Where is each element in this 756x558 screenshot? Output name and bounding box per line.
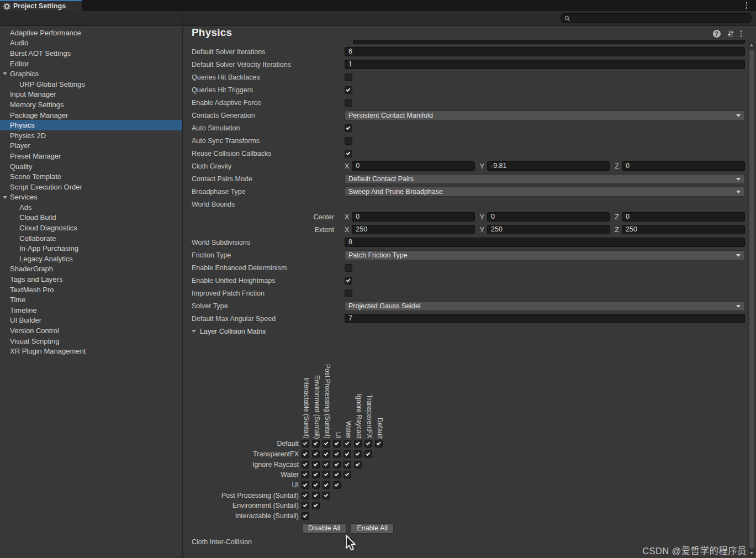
sidebar-item-urp-global-settings[interactable]: URP Global Settings xyxy=(0,79,182,90)
sidebar-item-shadergraph[interactable]: ShaderGraph xyxy=(0,264,182,275)
sidebar-item-cloud-diagnostics[interactable]: Cloud Diagnostics xyxy=(0,223,182,233)
foldout-label[interactable]: Layer Collision Matrix xyxy=(200,328,266,335)
queries-hit-triggers-checkbox[interactable] xyxy=(345,86,352,94)
cloth-gravity-y-input[interactable]: -9.81 xyxy=(487,161,610,171)
matrix-checkbox-ignore-raycast-0[interactable] xyxy=(302,461,309,468)
sidebar-item-package-manager[interactable]: Package Manager xyxy=(0,110,182,120)
sidebar-item-editor[interactable]: Editor xyxy=(0,59,182,69)
matrix-checkbox-post-processing-suntail-0[interactable] xyxy=(302,492,309,499)
matrix-checkbox-transparentfx-4[interactable] xyxy=(343,450,351,458)
partially-scrolled-input[interactable] xyxy=(353,40,745,44)
foldout-open-icon[interactable] xyxy=(3,196,7,199)
sidebar-item-xr-plugin-management[interactable]: XR Plugin Management xyxy=(0,346,182,356)
scroll-up-icon[interactable] xyxy=(750,44,753,46)
matrix-checkbox-default-1[interactable] xyxy=(312,440,320,448)
auto-sync-transforms-checkbox[interactable] xyxy=(345,137,352,145)
cloth-gravity-x-input[interactable]: 0 xyxy=(352,161,474,171)
sidebar-item-timeline[interactable]: Timeline xyxy=(0,305,182,315)
sidebar-item-ui-builder[interactable]: UI Builder xyxy=(0,315,182,326)
matrix-checkbox-water-3[interactable] xyxy=(333,471,341,478)
sidebar-item-script-execution-order[interactable]: Script Execution Order xyxy=(0,182,182,192)
matrix-checkbox-transparentfx-2[interactable] xyxy=(323,450,330,458)
sidebar-item-physics-2d[interactable]: Physics 2D xyxy=(0,130,182,141)
queries-hit-backfaces-checkbox[interactable] xyxy=(345,73,352,81)
cloth-gravity-z-input[interactable]: 0 xyxy=(622,161,745,171)
scroll-down-icon[interactable] xyxy=(750,552,753,555)
matrix-checkbox-ignore-raycast-5[interactable] xyxy=(354,461,362,468)
matrix-checkbox-transparentfx-6[interactable] xyxy=(364,450,372,458)
help-icon[interactable]: ? xyxy=(713,30,721,38)
center-y-input[interactable]: 0 xyxy=(487,212,610,222)
sidebar-item-graphics[interactable]: Graphics xyxy=(0,69,182,79)
world-subdivisions-input[interactable]: 8 xyxy=(345,238,745,247)
matrix-checkbox-ui-0[interactable] xyxy=(302,481,309,489)
matrix-checkbox-water-0[interactable] xyxy=(302,471,309,478)
kebab-menu-icon[interactable] xyxy=(741,30,742,37)
sidebar-item-input-manager[interactable]: Input Manager xyxy=(0,90,182,100)
matrix-checkbox-ignore-raycast-2[interactable] xyxy=(323,461,330,468)
sidebar-item-ads[interactable]: Ads xyxy=(0,202,182,213)
solver-type-dropdown[interactable]: Projected Gauss Seidel xyxy=(345,301,745,311)
matrix-checkbox-default-5[interactable] xyxy=(354,440,362,448)
matrix-checkbox-water-1[interactable] xyxy=(312,471,320,478)
sidebar-item-scene-template[interactable]: Scene Template xyxy=(0,171,182,182)
matrix-checkbox-default-4[interactable] xyxy=(343,440,351,448)
reuse-collision-callbacks-checkbox[interactable] xyxy=(345,150,352,157)
sidebar-item-in-app-purchasing[interactable]: In-App Purchasing xyxy=(0,243,182,254)
matrix-checkbox-ignore-raycast-3[interactable] xyxy=(333,461,341,468)
disable-all-button[interactable]: Disable All xyxy=(302,523,346,534)
sidebar-item-textmesh-pro[interactable]: TextMesh Pro xyxy=(0,285,182,295)
matrix-checkbox-transparentfx-5[interactable] xyxy=(354,450,362,458)
sidebar-item-legacy-analytics[interactable]: Legacy Analytics xyxy=(0,254,182,264)
matrix-checkbox-default-2[interactable] xyxy=(323,440,330,448)
sidebar-item-memory-settings[interactable]: Memory Settings xyxy=(0,99,182,110)
center-z-input[interactable]: 0 xyxy=(622,212,745,222)
matrix-checkbox-ui-1[interactable] xyxy=(312,481,320,489)
cloth-inter-collision-checkbox[interactable] xyxy=(345,538,352,546)
matrix-checkbox-transparentfx-1[interactable] xyxy=(312,450,320,458)
enable-all-button[interactable]: Enable All xyxy=(351,523,394,534)
tab-project-settings[interactable]: Project Settings xyxy=(0,0,82,11)
extent-y-input[interactable]: 250 xyxy=(487,225,610,234)
vertical-scrollbar[interactable] xyxy=(748,41,755,557)
sidebar-item-collaborate[interactable]: Collaborate xyxy=(0,233,182,244)
auto-simulation-checkbox[interactable] xyxy=(345,124,352,132)
sidebar-item-time[interactable]: Time xyxy=(0,294,182,305)
enable-enhanced-determinism-checkbox[interactable] xyxy=(345,264,352,272)
kebab-menu-icon[interactable] xyxy=(746,2,748,9)
matrix-checkbox-default-7[interactable] xyxy=(375,440,383,448)
sidebar-item-adaptive-performance[interactable]: Adaptive Performance xyxy=(0,28,182,38)
matrix-checkbox-transparentfx-3[interactable] xyxy=(333,450,341,458)
matrix-checkbox-post-processing-suntail-2[interactable] xyxy=(323,492,330,499)
matrix-checkbox-water-4[interactable] xyxy=(343,471,351,478)
matrix-checkbox-water-2[interactable] xyxy=(323,471,330,478)
sidebar-item-tags-and-layers[interactable]: Tags and Layers xyxy=(0,274,182,285)
matrix-checkbox-default-3[interactable] xyxy=(333,440,341,448)
preset-icon[interactable] xyxy=(727,30,734,38)
contacts-generation-dropdown[interactable]: Persistent Contact Manifold xyxy=(345,110,745,120)
matrix-checkbox-ui-3[interactable] xyxy=(333,481,341,489)
matrix-checkbox-default-6[interactable] xyxy=(364,440,372,448)
search-input[interactable] xyxy=(573,14,751,22)
extent-z-input[interactable]: 250 xyxy=(622,225,745,234)
matrix-checkbox-ui-2[interactable] xyxy=(323,481,330,489)
sidebar-item-visual-scripting[interactable]: Visual Scripting xyxy=(0,336,182,346)
matrix-checkbox-environment-suntail-1[interactable] xyxy=(312,502,320,509)
search-box[interactable] xyxy=(561,13,752,23)
friction-type-dropdown[interactable]: Patch Friction Type xyxy=(345,250,745,260)
enable-unified-heightmaps-checkbox[interactable] xyxy=(345,277,352,285)
sidebar-item-cloud-build[interactable]: Cloud Build xyxy=(0,213,182,223)
sidebar-item-quality[interactable]: Quality xyxy=(0,161,182,172)
scrollbar-thumb[interactable] xyxy=(749,50,754,549)
default-max-angular-speed-input[interactable]: 7 xyxy=(345,314,745,323)
matrix-checkbox-ignore-raycast-1[interactable] xyxy=(312,461,320,468)
sidebar-item-preset-manager[interactable]: Preset Manager xyxy=(0,151,182,161)
enable-adaptive-force-checkbox[interactable] xyxy=(345,99,352,107)
sidebar-item-audio[interactable]: Audio xyxy=(0,38,182,49)
matrix-checkbox-post-processing-suntail-1[interactable] xyxy=(312,492,320,499)
extent-x-input[interactable]: 250 xyxy=(352,225,474,234)
matrix-checkbox-environment-suntail-0[interactable] xyxy=(302,502,309,509)
matrix-checkbox-interactable-suntail-0[interactable] xyxy=(302,512,309,520)
matrix-checkbox-default-0[interactable] xyxy=(302,440,309,448)
sidebar-item-services[interactable]: Services xyxy=(0,192,182,203)
